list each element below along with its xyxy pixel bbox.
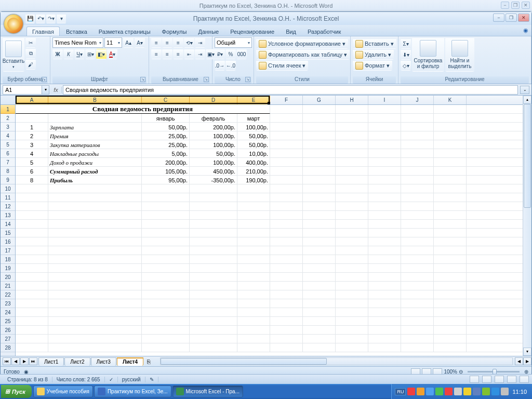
cell[interactable] (190, 211, 237, 220)
cell[interactable] (270, 123, 303, 131)
cell[interactable] (401, 140, 434, 149)
ribbon-help-icon[interactable]: ◉ (523, 27, 528, 36)
percent-icon[interactable]: % (225, 49, 236, 59)
word-track-changes-icon[interactable]: ✎ (145, 377, 158, 382)
cell[interactable] (336, 220, 368, 229)
cell[interactable] (303, 317, 336, 326)
cell[interactable]: -350,00р. (190, 176, 237, 184)
cell[interactable] (434, 264, 467, 273)
title-cell[interactable]: Сводная ведомость предприятия (16, 105, 270, 114)
cell[interactable] (16, 246, 48, 255)
table-row[interactable] (16, 299, 523, 308)
tab-insert[interactable]: Вставка (61, 27, 92, 36)
cell[interactable]: 450,00р. (190, 167, 237, 176)
cell[interactable] (48, 299, 142, 308)
sort-filter-button[interactable]: Сортировка и фильтр (412, 37, 444, 72)
table-row[interactable] (16, 184, 523, 193)
cell[interactable]: 100,00р. (190, 131, 237, 140)
cell[interactable] (434, 237, 467, 246)
cell[interactable] (434, 255, 467, 264)
cell[interactable] (401, 264, 434, 273)
cell[interactable] (368, 282, 401, 290)
cell[interactable] (303, 220, 336, 229)
cell[interactable] (237, 229, 270, 237)
cell[interactable] (434, 202, 467, 211)
cell[interactable] (270, 229, 303, 237)
cell[interactable] (270, 220, 303, 229)
cell[interactable] (401, 202, 434, 211)
tray-icon[interactable] (463, 388, 471, 395)
cell[interactable] (237, 317, 270, 326)
cell[interactable]: март (237, 114, 270, 123)
cell[interactable]: 5,00р. (142, 149, 190, 158)
underline-button[interactable]: Ч▾ (74, 49, 85, 59)
col-header-G[interactable]: G (303, 96, 336, 104)
cell[interactable] (303, 246, 336, 255)
align-middle-icon[interactable]: ≡ (162, 37, 172, 48)
cell[interactable] (336, 114, 368, 123)
sheet-nav-first-icon[interactable]: ⏮ (3, 357, 11, 365)
comma-icon[interactable]: 000 (236, 49, 247, 59)
cell[interactable] (48, 326, 142, 335)
cell[interactable] (336, 343, 368, 352)
cell[interactable]: 190,00р. (237, 176, 270, 184)
format-as-table-button[interactable]: Форматировать как таблицу▾ (256, 49, 350, 60)
format-painter-icon[interactable]: 🖌 (25, 59, 36, 70)
cell[interactable] (401, 335, 434, 343)
word-page-status[interactable]: Страница: 8 из 8 (3, 377, 52, 382)
cell[interactable] (270, 273, 303, 282)
align-top-icon[interactable]: ≡ (151, 37, 162, 48)
delete-cells-button[interactable]: Удалить▾ (353, 49, 394, 60)
cell[interactable] (142, 290, 190, 299)
zoom-slider[interactable] (468, 371, 520, 373)
cell[interactable] (368, 255, 401, 264)
cell[interactable] (142, 299, 190, 308)
cell[interactable] (270, 105, 303, 114)
row-header-15[interactable]: 15 (1, 229, 15, 237)
cell[interactable] (434, 282, 467, 290)
cell[interactable] (401, 105, 434, 114)
cell[interactable] (237, 299, 270, 308)
cell[interactable] (16, 211, 48, 220)
cell[interactable] (48, 290, 142, 299)
cell[interactable] (237, 335, 270, 343)
table-row[interactable] (16, 282, 523, 290)
col-header-H[interactable]: H (336, 96, 368, 104)
cell[interactable] (434, 123, 467, 131)
cell[interactable] (368, 264, 401, 273)
cell[interactable] (303, 299, 336, 308)
cell[interactable] (368, 335, 401, 343)
cell[interactable] (190, 317, 237, 326)
cell[interactable] (368, 220, 401, 229)
cell[interactable] (270, 176, 303, 184)
tab-developer[interactable]: Разработчик (302, 27, 346, 36)
cell[interactable] (303, 176, 336, 184)
table-row[interactable] (16, 326, 523, 335)
cell[interactable] (303, 335, 336, 343)
word-view-draft-icon[interactable] (520, 376, 529, 383)
sheet-nav-last-icon[interactable]: ⏭ (29, 357, 37, 365)
cell[interactable] (434, 326, 467, 335)
name-box[interactable]: A1▾ (3, 85, 49, 95)
cell[interactable] (401, 149, 434, 158)
cell[interactable] (368, 193, 401, 202)
row-header-26[interactable]: 26 (1, 326, 15, 335)
conditional-formatting-button[interactable]: Условное форматирование▾ (256, 38, 348, 49)
cell[interactable] (270, 158, 303, 167)
cell[interactable] (48, 193, 142, 202)
cell[interactable] (368, 317, 401, 326)
word-close[interactable]: ✕ (522, 2, 530, 9)
cell[interactable] (401, 114, 434, 123)
row-header-16[interactable]: 16 (1, 237, 15, 246)
cell[interactable] (368, 167, 401, 176)
cell[interactable] (401, 255, 434, 264)
cell[interactable] (368, 114, 401, 123)
italic-button[interactable]: К (63, 49, 74, 59)
cell[interactable] (270, 131, 303, 140)
paste-button[interactable]: Вставить▾ (3, 37, 24, 72)
cell[interactable]: 105,00р. (142, 167, 190, 176)
cell[interactable] (401, 193, 434, 202)
bold-button[interactable]: Ж (52, 49, 63, 59)
cell[interactable] (303, 131, 336, 140)
cell[interactable] (270, 246, 303, 255)
